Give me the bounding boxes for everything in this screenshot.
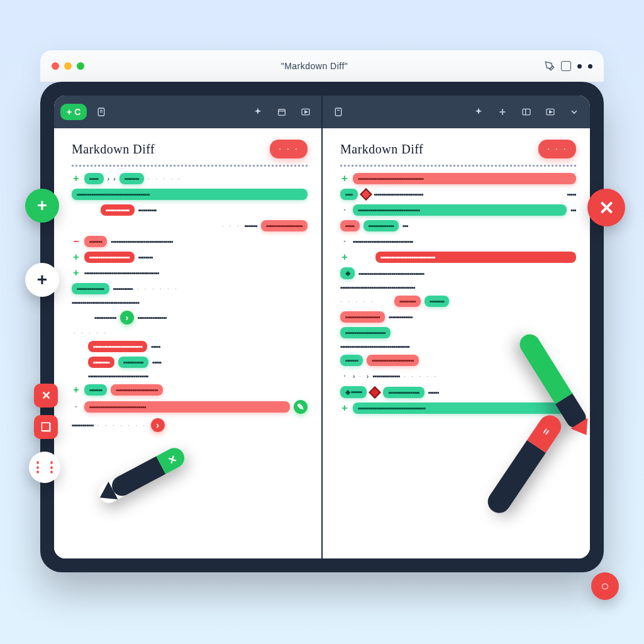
close-icon: ✕ xyxy=(42,389,51,402)
added-text: ▪▪▪▪▪▪▪▪▪▪▪▪▪▪ xyxy=(364,220,399,231)
conflict-marker-icon xyxy=(369,386,382,399)
reject-change-button[interactable]: ✕ xyxy=(587,189,625,226)
more-button[interactable]: · · · xyxy=(538,140,576,158)
browser-title: "Markdown Diff" xyxy=(84,61,545,71)
diff-line: + ▪▪▪▪▪▪▪▪▪▪▪▪▪▪▪▪▪▪▪▪▪▪▪▪▪▪▪▪▪▪▪▪▪▪▪▪▪▪… xyxy=(72,267,308,279)
neutral-marker-icon: · xyxy=(340,204,349,216)
context-text: ▪▪▪▪▪▪▪ xyxy=(245,222,257,230)
close-window-icon[interactable] xyxy=(52,62,59,70)
diff-line: ▪▪▪▪▪▪▪▪▪▪▪▪▪▪▪▪▪▪▪▪▪▪▪▪▪▪▪ ▪▪▪▪▪ xyxy=(72,341,308,352)
browser-right-controls xyxy=(545,61,592,71)
add-marker-icon: + xyxy=(72,173,80,184)
diff-line: + ▪▪▪▪▪▪▪▪▪▪▪▪▪▪▪▪▪▪▪▪▪▪ ▪▪▪▪▪▪▪▪ xyxy=(72,252,308,263)
diff-line: ▪▪▪▪▪▪▪▪▪▪▪▪▪▪▪▪▪▪▪ ▪▪▪▪▪▪▪▪▪▪▪▪▪ xyxy=(340,311,576,323)
added-text: ▪▪▪▪▪▪▪▪▪▪▪▪▪▪▪ xyxy=(72,283,109,294)
arrow-icon: › xyxy=(367,372,369,380)
diff-line: · ▪▪▪▪▪▪▪▪▪▪▪▪▪▪▪▪▪▪▪▪▪▪▪▪▪▪▪▪▪▪▪▪▪▪ ▪▪▪ xyxy=(340,204,576,216)
svg-rect-11 xyxy=(523,109,530,114)
context-text: ▪▪▪▪▪ xyxy=(567,191,577,198)
removed-text: ▪▪▪▪▪▪▪▪▪▪▪▪▪▪▪▪▪▪▪▪▪▪▪▪▪▪▪▪▪▪ xyxy=(375,252,576,263)
svg-rect-3 xyxy=(279,109,286,115)
plus-icon[interactable] xyxy=(493,104,512,120)
removed-text: ▪▪▪▪▪▪▪▪▪ xyxy=(88,357,114,368)
conflict-marker-icon xyxy=(360,188,372,201)
context-text: ▪▪▪▪▪▪▪▪▪▪▪▪▪▪▪▪▪▪▪▪▪▪▪▪▪▪▪▪▪▪▪▪▪▪▪▪▪ xyxy=(72,299,308,306)
reject-small-button[interactable]: ✕ xyxy=(34,384,58,408)
add-button[interactable]: + xyxy=(25,263,59,297)
left-pane-title: Markdown Diff xyxy=(72,142,155,157)
diff-line: · · · · · xyxy=(72,329,308,336)
bracket-icon: ❏ xyxy=(41,420,51,434)
diff-line: + ▪▪▪▪▪▪▪ ▪▪▪▪▪▪▪▪▪▪▪▪▪▪▪▪▪▪▪▪▪▪▪ xyxy=(72,384,308,396)
maximize-window-icon[interactable] xyxy=(77,62,84,70)
archive-icon[interactable] xyxy=(272,104,291,120)
minimize-window-icon[interactable] xyxy=(64,62,72,70)
browser-chrome: "Markdown Diff" xyxy=(40,50,604,82)
plus-icon: + xyxy=(37,270,47,290)
record-button[interactable]: ○ xyxy=(591,572,619,600)
more-button[interactable]: · · · xyxy=(270,140,308,158)
reject-icon[interactable]: › xyxy=(151,418,165,432)
diff-line: ◆ ▪▪▪▪▪▪▪▪▪▪▪▪▪▪▪▪▪▪▪▪▪▪▪▪▪▪▪▪▪▪▪▪▪▪▪▪ xyxy=(340,267,576,279)
add-marker-icon: + xyxy=(340,252,349,263)
diff-line: ◆ ▪▪▪▪▪▪ ▪▪▪▪▪▪▪▪▪▪▪▪▪▪▪▪▪ ▪▪▪▪▪▪ xyxy=(340,386,576,398)
added-text: ▪▪▪▪▪▪▪▪▪▪▪▪▪▪▪▪▪ xyxy=(383,387,424,398)
preview-icon[interactable] xyxy=(296,104,315,120)
diff-line: − ▪▪▪▪▪▪▪ ▪▪▪▪▪▪▪▪▪▪▪▪▪▪▪▪▪▪▪▪▪▪▪▪▪▪▪▪▪▪… xyxy=(72,236,308,247)
removed-text: ▪▪▪▪▪▪▪▪▪▪▪▪▪▪▪▪▪▪▪▪▪▪▪ xyxy=(367,355,419,366)
panel-icon[interactable] xyxy=(517,104,536,120)
context-text: ▪▪▪▪▪▪▪▪▪▪▪▪▪▪▪▪▪▪▪▪▪▪▪▪▪▪▪▪▪▪▪▪▪▪▪▪▪▪▪▪… xyxy=(340,284,576,291)
removed-text: ▪▪▪▪▪▪▪▪▪▪▪▪▪▪▪▪▪▪▪▪▪▪▪▪▪▪▪ xyxy=(88,341,147,352)
document-icon[interactable] xyxy=(329,104,348,120)
approve-icon[interactable]: ✎ xyxy=(294,400,308,414)
sparkle-icon[interactable] xyxy=(248,104,267,120)
ellipsis-icon: · xyxy=(359,372,363,380)
plus-icon: + xyxy=(37,196,47,216)
pen-icon[interactable] xyxy=(545,61,555,71)
diff-line: ▪▪▪▪▪▪▪▪▪▪▪▪▪▪▪▪▪▪▪▪▪▪▪▪▪▪▪▪▪▪▪▪▪▪▪▪▪▪▪▪ xyxy=(72,189,308,200)
added-text: ▪▪▪▪ xyxy=(340,189,358,200)
document-icon[interactable] xyxy=(92,104,111,120)
ellipsis-icon: · · · · · · · xyxy=(97,421,147,429)
panel-icon[interactable] xyxy=(561,61,571,71)
sparkle-icon[interactable] xyxy=(469,104,488,120)
equals-icon: = xyxy=(540,426,553,438)
remove-marker-icon: − xyxy=(72,236,80,247)
arrow-icon: › xyxy=(353,372,355,380)
context-text: ▪▪▪▪▪▪▪▪▪▪▪▪▪▪▪▪▪▪▪▪▪▪▪▪▪▪▪▪▪▪▪▪▪▪▪▪ xyxy=(358,270,576,277)
add-pill-label: C xyxy=(74,107,80,117)
diff-line: ▪▪▪▪▪▪▪▪▪▪▪▪▪ ▪▪▪▪▪▪▪▪▪▪ xyxy=(72,204,308,216)
chevron-down-icon[interactable] xyxy=(565,104,584,120)
menu-dot-icon[interactable] xyxy=(588,64,592,69)
diff-line: ▪▪▪▪▪▪▪▪▪ ▪▪▪▪▪▪▪▪▪▪▪ ▪▪▪▪▪ xyxy=(72,357,308,368)
approve-icon[interactable]: › xyxy=(120,311,134,325)
context-text: ▪▪▪▪▪▪▪▪▪▪▪▪ xyxy=(94,314,116,321)
preview-icon[interactable] xyxy=(541,104,560,120)
diff-line: ▪▪▪▪▪▪▪▪▪▪▪▪▪▪▪ ▪▪▪▪▪▪▪▪▪▪▪ · · · · · · xyxy=(72,283,308,294)
removed-text: ▪▪▪▪▪▪▪▪▪▪▪▪▪ xyxy=(101,204,135,216)
context-text: ▪▪▪▪▪▪▪▪▪▪▪▪▪▪▪▪▪▪▪▪▪▪▪▪▪▪▪▪▪▪▪▪▪▪ xyxy=(111,238,308,245)
diff-line: · · · ▪▪▪▪▪▪▪ ▪▪▪▪▪▪▪▪▪▪▪▪▪▪▪▪▪▪▪▪ xyxy=(72,220,308,231)
removed-text: ▪▪▪▪▪▪▪▪▪ xyxy=(394,296,421,307)
removed-text: ▪▪▪▪▪▪▪▪▪▪▪▪▪▪▪▪▪▪▪▪▪▪▪ xyxy=(111,384,163,396)
close-icon: ✕ xyxy=(165,452,178,467)
context-text: ▪▪▪▪▪▪▪▪▪▪▪▪▪▪▪▪▪▪▪▪▪▪▪▪▪▪▪▪▪▪▪▪▪▪▪▪▪▪▪▪… xyxy=(84,269,308,277)
added-text: ▪▪▪▪▪▪▪▪ xyxy=(425,296,449,307)
diff-line: + ▪▪▪▪▪▪▪▪▪▪▪▪▪▪▪▪▪▪▪▪▪▪▪▪▪▪▪▪▪▪▪▪▪▪▪▪ xyxy=(340,173,576,184)
added-text: ▪▪▪▪▪▪▪▪ xyxy=(119,173,144,184)
diff-line: ▪▪▪▪▪▪▪▪▪▪▪▪▪▪▪▪▪▪▪▪▪▪ xyxy=(340,327,576,338)
diff-line: ▪▪▪▪▪ ▪▪▪▪▪▪▪▪▪▪▪▪▪▪ ▪▪▪ xyxy=(340,220,576,231)
context-text: ▪▪▪▪▪▪▪▪▪▪▪▪▪▪▪▪ xyxy=(138,314,167,321)
add-pill-button[interactable]: + C xyxy=(60,104,87,120)
removed-text: ▪▪▪▪▪▪▪▪▪▪▪▪▪▪▪▪▪▪▪▪▪▪▪▪▪▪▪▪▪▪▪ xyxy=(84,401,290,413)
add-marker-icon: + xyxy=(340,402,349,414)
add-change-button[interactable]: + xyxy=(25,189,59,223)
context-text: ▪▪▪▪▪▪▪▪▪▪▪▪ xyxy=(72,421,94,429)
menu-dot-icon[interactable] xyxy=(577,64,582,69)
more-actions-button[interactable]: ⋮⋮ xyxy=(29,452,60,483)
ellipsis-icon: · · · · · xyxy=(340,297,391,305)
secondary-action-button[interactable]: ❏ xyxy=(34,415,58,439)
removed-text: ▪▪▪▪▪▪▪▪▪▪▪▪▪▪▪▪▪▪▪▪ xyxy=(261,220,308,231)
dots-icon: ⋮⋮ xyxy=(31,459,58,475)
diff-line: + ▪▪▪▪▪▪▪▪▪▪▪▪▪▪▪▪▪▪▪▪▪▪▪▪▪▪▪▪▪▪▪▪▪▪▪▪▪ xyxy=(340,402,576,414)
